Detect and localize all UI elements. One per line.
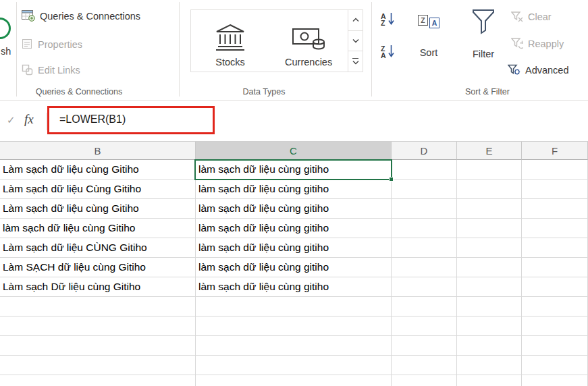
- column-header-F[interactable]: F: [522, 142, 588, 160]
- cell-D8[interactable]: [392, 297, 457, 316]
- cell-B7[interactable]: Làm sạch Dữ liệu cùng Gitiho: [0, 277, 196, 297]
- cell-D6[interactable]: [392, 258, 457, 277]
- clear-filter-button: Clear: [511, 11, 552, 22]
- cell-B4[interactable]: làm sạch dữ liệu cùng Gitiho: [0, 219, 196, 238]
- cell-D10[interactable]: [392, 336, 457, 356]
- group-separator: [371, 2, 372, 96]
- more-gallery-icon: [352, 58, 358, 59]
- sheet-row-9: [0, 316, 588, 336]
- queries-connections-button[interactable]: Queries & Connections: [22, 10, 140, 22]
- cell-B12[interactable]: [0, 375, 196, 386]
- cell-E3[interactable]: [457, 199, 522, 219]
- cell-B3[interactable]: Làm sạch dữ liệu cùng Gitiho: [0, 199, 196, 219]
- cell-C2[interactable]: làm sạch dữ liệu cùng gitiho: [196, 180, 392, 199]
- cell-C1[interactable]: làm sạch dữ liệu cùng gitiho: [196, 160, 392, 180]
- cell-E12[interactable]: [457, 375, 522, 386]
- properties-icon: [22, 38, 33, 50]
- cell-C4[interactable]: làm sạch dữ liệu cùng gitiho: [196, 219, 392, 238]
- sheet-row-6: Làm SẠCH dữ liệu cùng Gitiho làm sạch dữ…: [0, 258, 588, 277]
- cell-B2[interactable]: Làm sạch dữ liệu Cùng Gitiho: [0, 180, 196, 199]
- cell-E11[interactable]: [457, 356, 522, 375]
- cell-D5[interactable]: [392, 238, 457, 258]
- cell-C8[interactable]: [196, 297, 392, 316]
- cell-F4[interactable]: [522, 219, 588, 238]
- cell-D12[interactable]: [392, 375, 457, 386]
- sort-ascending-button[interactable]: A Z: [378, 11, 397, 28]
- column-header-D[interactable]: D: [392, 142, 457, 160]
- cell-F6[interactable]: [522, 258, 588, 277]
- queries-group-label: Queries & Connections: [8, 87, 150, 96]
- cell-B1[interactable]: Làm sạch dữ liệu cùng Gitiho: [0, 160, 196, 180]
- cell-D2[interactable]: [392, 180, 457, 199]
- advanced-filter-button[interactable]: Advanced: [508, 64, 569, 76]
- cell-D3[interactable]: [392, 199, 457, 219]
- cell-F11[interactable]: [522, 356, 588, 375]
- reapply-filter-icon: [511, 38, 523, 49]
- cell-F7[interactable]: [522, 277, 588, 297]
- cell-E1[interactable]: [457, 160, 522, 180]
- currencies-button[interactable]: Currencies: [269, 10, 348, 72]
- cell-E5[interactable]: [457, 238, 522, 258]
- cell-D4[interactable]: [392, 219, 457, 238]
- cell-F8[interactable]: [522, 297, 588, 316]
- cell-D9[interactable]: [392, 316, 457, 336]
- gallery-scroll-up-button[interactable]: [348, 10, 363, 31]
- cell-F2[interactable]: [522, 180, 588, 199]
- cell-B5[interactable]: Làm sạch dữ liệu CÙNG Gitiho: [0, 238, 196, 258]
- cell-E6[interactable]: [457, 258, 522, 277]
- cell-D7[interactable]: [392, 277, 457, 297]
- cell-F5[interactable]: [522, 238, 588, 258]
- data-types-gallery: Stocks Currencies: [190, 9, 363, 72]
- formula-bar-divider: [46, 113, 47, 130]
- cell-E8[interactable]: [457, 297, 522, 316]
- cell-E7[interactable]: [457, 277, 522, 297]
- cell-F9[interactable]: [522, 316, 588, 336]
- cell-B11[interactable]: [0, 356, 196, 375]
- cell-C7[interactable]: làm sạch dữ liệu cùng gitiho: [196, 277, 392, 297]
- advanced-filter-icon: [508, 64, 520, 76]
- sort-button[interactable]: Z A Sort: [410, 9, 447, 58]
- cell-E4[interactable]: [457, 219, 522, 238]
- queries-connections-icon: [22, 10, 35, 22]
- sort-descending-button[interactable]: Z A: [378, 43, 397, 61]
- cell-C10[interactable]: [196, 336, 392, 356]
- cell-C5[interactable]: làm sạch dữ liệu cùng gitiho: [196, 238, 392, 258]
- column-headers: B C D E F: [0, 142, 588, 160]
- za-icon: Z A: [381, 45, 386, 59]
- cell-B9[interactable]: [0, 316, 196, 336]
- filter-button[interactable]: Filter: [464, 8, 502, 59]
- down-arrow-icon: [388, 45, 394, 59]
- cell-E9[interactable]: [457, 316, 522, 336]
- cell-D1[interactable]: [392, 160, 457, 180]
- column-header-E[interactable]: E: [457, 142, 522, 160]
- cell-C12[interactable]: [196, 375, 392, 386]
- stocks-button[interactable]: Stocks: [191, 10, 269, 72]
- cell-B8[interactable]: [0, 297, 196, 316]
- cell-B6[interactable]: Làm SẠCH dữ liệu cùng Gitiho: [0, 258, 196, 277]
- queries-connections-label: Queries & Connections: [40, 11, 140, 22]
- cell-D11[interactable]: [392, 356, 457, 375]
- sheet-row-10: [0, 336, 588, 356]
- currencies-icon: [292, 24, 325, 53]
- column-header-C[interactable]: C: [196, 142, 392, 160]
- cell-F3[interactable]: [522, 199, 588, 219]
- chevron-down-icon: [352, 60, 359, 65]
- cell-C11[interactable]: [196, 356, 392, 375]
- reapply-label: Reapply: [528, 38, 564, 49]
- cell-B10[interactable]: [0, 336, 196, 356]
- cell-E10[interactable]: [457, 336, 522, 356]
- gallery-more-button[interactable]: [348, 51, 363, 72]
- column-header-B[interactable]: B: [0, 142, 196, 160]
- cell-E2[interactable]: [457, 180, 522, 199]
- cell-F1[interactable]: [522, 160, 588, 180]
- sort-filter-group-label: Sort & Filter: [378, 87, 588, 96]
- stocks-icon: [215, 23, 246, 53]
- cell-C3[interactable]: làm sạch dữ liệu cùng gitiho: [196, 199, 392, 219]
- refresh-all-icon[interactable]: [0, 18, 11, 39]
- cell-C9[interactable]: [196, 316, 392, 336]
- insert-function-button[interactable]: fx: [24, 112, 34, 127]
- cell-C6[interactable]: làm sạch dữ liệu cùng gitiho: [196, 258, 392, 277]
- cell-F10[interactable]: [522, 336, 588, 356]
- cell-F12[interactable]: [522, 375, 588, 386]
- gallery-scroll-down-button[interactable]: [348, 31, 363, 52]
